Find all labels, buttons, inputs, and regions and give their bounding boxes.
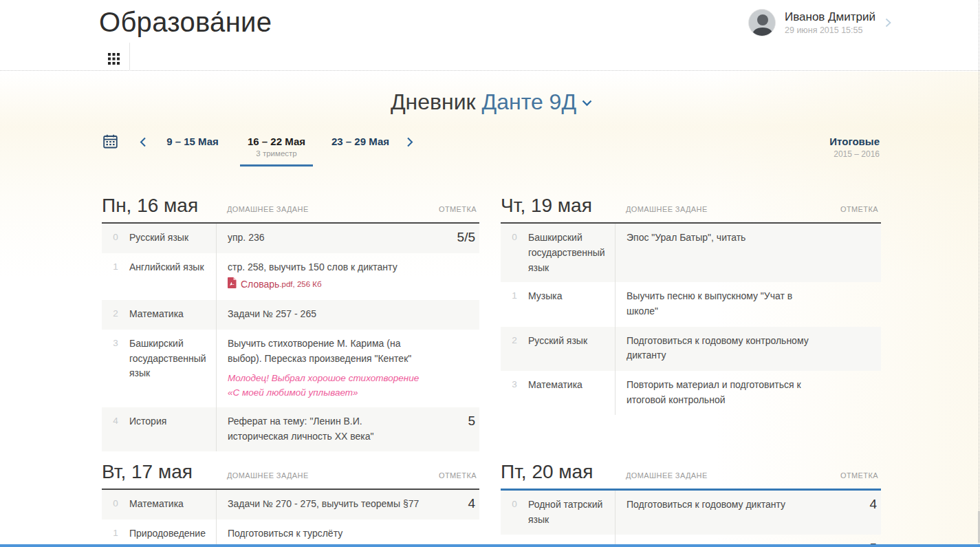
class-selector[interactable]: Данте 9Д [481, 89, 592, 114]
app-title: Образова́ние [99, 7, 272, 38]
lesson-number: 3 [501, 371, 528, 415]
lesson-number: 2 [501, 327, 528, 371]
day-header: Пн, 16 маяДОМАШНЕЕ ЗАДАНЕОТМЕТКА [102, 195, 479, 222]
subject-cell: Математика [129, 300, 216, 330]
table-row[interactable]: 0Башкирский государственный языкЭпос "Ур… [501, 224, 881, 282]
homework-cell: Задачи № 270 - 275, выучить теоремы §77 [216, 490, 430, 519]
table-row[interactable]: 4ИсторияРеферат на тему: "Ленин В.И. ист… [102, 407, 479, 451]
topbar-divider [129, 43, 130, 71]
table-row[interactable]: 0Русский языкупр. 2365/5 [102, 224, 479, 253]
day-section-thursday: Чт, 19 маяДОМАШНЕЕ ЗАДАНЕОТМЕТКА0Башкирс… [501, 195, 881, 415]
class-selector-label: Данте 9Д [481, 89, 576, 114]
lesson-number: 4 [102, 407, 129, 451]
homework-cell: Эпос "Урал Батыр", читать [615, 224, 831, 282]
mark-cell [831, 224, 881, 282]
mark-cell [430, 253, 479, 300]
school-year-label: 2015 – 2016 [829, 149, 880, 159]
tab-week-next[interactable]: 23 – 29 Мая [318, 131, 402, 156]
day-title: Чт, 19 мая [501, 195, 615, 217]
lesson-number: 1 [501, 282, 528, 326]
day-section-friday: Пт, 20 маяДОМАШНЕЕ ЗАДАНЕОТМЕТКА0Родной … [501, 461, 881, 547]
lesson-number: 3 [102, 330, 129, 407]
homework-cell: Выучить стихотворение М. Карима (на выбо… [216, 330, 430, 407]
table-row[interactable]: 1МузыкаВыучить песню к выпускному "Учат … [501, 282, 881, 326]
table-row[interactable]: 2МатематикаЗадачи № 257 - 265 [102, 300, 479, 330]
column-header-mark: ОТМЕТКА [831, 471, 881, 483]
lesson-number: 1 [102, 253, 129, 300]
table-row[interactable]: 1ПриродоведениеПодготовиться к турслёту [102, 519, 479, 547]
lesson-number: 0 [501, 491, 528, 534]
day-title: Пн, 16 мая [102, 195, 216, 217]
homework-text: упр. 236 [228, 230, 423, 246]
subject-cell: Русский язык [129, 224, 216, 253]
subject-cell: Русский язык [528, 327, 615, 371]
day-header: Вт, 17 маяДОМАШНЕЕ ЗАДАНЕОТМЕТКА [102, 461, 479, 489]
lesson-number: 2 [102, 300, 129, 330]
homework-cell: Задачи № 257 - 265 [216, 300, 430, 330]
day-header: Чт, 19 маяДОМАШНЕЕ ЗАДАНЕОТМЕТКА [501, 195, 881, 222]
user-datetime: 29 июня 2015 15:55 [785, 25, 875, 35]
next-week-icon[interactable] [402, 137, 417, 150]
column-header-mark: ОТМЕТКА [430, 205, 479, 217]
pdf-icon [228, 277, 241, 293]
attachment-link[interactable]: Словарь.pdf, 256 Кб [228, 277, 423, 293]
day-table: 0Русский языкупр. 2365/51Английский язык… [102, 222, 479, 451]
subject-cell: Башкирский государственный язык [528, 224, 615, 282]
column-header-homework: ДОМАШНЕЕ ЗАДАНЕ [216, 205, 430, 217]
homework-text: Задачи № 257 - 265 [228, 307, 423, 322]
mark-cell [430, 300, 479, 330]
homework-text: Реферат на тему: "Ленин В.И. историческа… [228, 414, 423, 444]
avatar [748, 9, 776, 36]
day-title: Вт, 17 мая [102, 461, 216, 483]
homework-cell: Выучить песню к выпускному "Учат в школе… [615, 282, 831, 326]
table-row[interactable]: 3МатематикаПовторить материал и подготов… [501, 371, 881, 415]
teacher-comment: Молодец! Выбрал хорошое стихотворение «С… [228, 372, 423, 400]
homework-text: Выучить стихотворение М. Карима (на выбо… [228, 336, 423, 366]
homework-text: Повторить материал и подготовиться к ито… [627, 378, 825, 407]
mark-cell [430, 330, 479, 407]
lesson-number: 0 [102, 224, 129, 253]
tab-week-current[interactable]: 16 – 22 Мая 3 триместр [235, 131, 318, 167]
page-title: Дневник Данте 9Д [102, 89, 881, 115]
day-section-monday: Пн, 16 маяДОМАШНЕЕ ЗАДАНЕОТМЕТКА0Русский… [102, 195, 479, 451]
mark-cell [831, 282, 881, 326]
day-table: 0Родной татрский языкПодготовиться к год… [501, 489, 881, 547]
lesson-number: 0 [501, 224, 528, 282]
trimester-label: 3 триместр [235, 149, 318, 158]
table-row[interactable]: 2Русский языкПодготовиться к годовому ко… [501, 327, 881, 371]
subject-cell: Математика [528, 371, 615, 415]
table-row[interactable]: 0МатематикаЗадачи № 270 - 275, выучить т… [102, 490, 479, 519]
day-table: 0МатематикаЗадачи № 270 - 275, выучить т… [102, 489, 479, 547]
prev-week-icon[interactable] [135, 137, 151, 150]
apps-grid-icon[interactable] [108, 53, 120, 65]
table-row[interactable]: 0Родной татрский языкПодготовиться к год… [501, 491, 881, 534]
homework-cell: упр. 236 [216, 224, 430, 253]
subject-cell: История [129, 407, 216, 451]
homework-cell: Повторить материал и подготовиться к ито… [615, 371, 831, 415]
column-header-homework: ДОМАШНЕЕ ЗАДАНЕ [615, 205, 831, 217]
homework-cell: Подготовиться к турслёту [216, 519, 430, 547]
calendar-icon[interactable] [103, 134, 118, 151]
homework-text: Подготовиться к турслёту [228, 526, 423, 541]
mark-cell [430, 519, 479, 547]
homework-text: Подготовиться к годовому диктанту [627, 497, 825, 513]
mark-cell: 4 [430, 490, 479, 519]
tab-week-prev[interactable]: 9 – 15 Мая [151, 131, 235, 156]
homework-cell: Подготовиться к годовому контрольному ди… [615, 327, 831, 371]
mark-cell: 5/5 [430, 224, 479, 253]
column-header-mark: ОТМЕТКА [430, 471, 479, 483]
day-title: Пт, 20 мая [501, 461, 615, 483]
table-row[interactable]: 1Английский языкстр. 258, выучить 150 сл… [102, 253, 479, 300]
totals-link[interactable]: Итоговые 2015 – 2016 [829, 136, 880, 159]
homework-cell: стр. 258, выучить 150 слов к диктантуСло… [216, 253, 430, 300]
subject-cell: Родной татрский язык [528, 491, 615, 534]
user-menu[interactable]: Иванов Дмитрий 29 июня 2015 15:55 [748, 9, 891, 36]
table-row[interactable]: 3Башкирский государственный языкВыучить … [102, 330, 479, 407]
chevron-right-icon [885, 18, 891, 30]
homework-cell: Подготовиться к годовому диктанту [615, 491, 831, 534]
homework-text: Подготовиться к годовому контрольному ди… [627, 334, 825, 363]
chevron-down-icon [576, 89, 592, 114]
homework-text: стр. 258, выучить 150 слов к диктанту [228, 260, 423, 275]
attachment-name: Словарь [241, 277, 279, 292]
attachment-meta: .pdf, 256 Кб [279, 279, 321, 291]
